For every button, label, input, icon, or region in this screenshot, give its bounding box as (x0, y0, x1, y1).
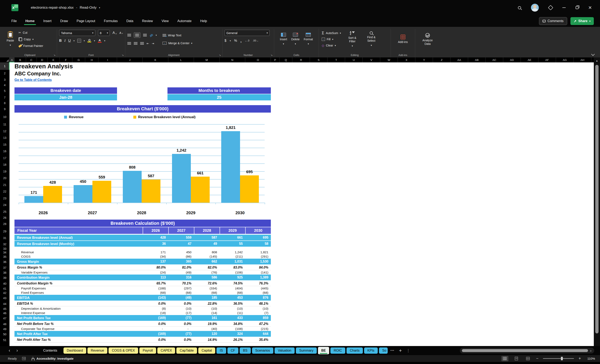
row-header-48[interactable]: 48 (0, 321, 9, 327)
sheet-tab-captable[interactable]: CapTable (176, 347, 197, 354)
cell-value[interactable]: 365 (168, 259, 194, 264)
row-header-11[interactable]: 11 (0, 121, 9, 128)
cell-value[interactable]: (8) (143, 306, 168, 311)
fiscal-year-2026[interactable]: 2026 (143, 227, 168, 234)
cell-value[interactable]: 1,242 (220, 250, 245, 254)
analyze-data-button[interactable]: AnalyzeData (421, 29, 434, 50)
search-icon[interactable] (518, 6, 521, 9)
cell-value[interactable]: (18) (143, 311, 168, 315)
cell-value[interactable]: 83.0% (220, 265, 245, 270)
cell-value[interactable]: 695 (245, 235, 271, 240)
sheet-tab-dashboard[interactable]: Dashboard (64, 347, 86, 354)
column-header-W[interactable]: W (380, 57, 398, 62)
comma-format-button[interactable]: , (240, 38, 242, 43)
cell-value[interactable]: (291) (245, 254, 271, 259)
column-header-X[interactable]: X (398, 57, 415, 62)
row-header-43[interactable]: 43 (0, 295, 9, 301)
shrink-font-button[interactable]: A˅ (119, 31, 123, 35)
row-header-33[interactable]: 33 (0, 247, 9, 250)
row-header-49[interactable]: 49 (0, 327, 9, 331)
cell-value[interactable]: 0.0% (143, 321, 168, 326)
row-header-51[interactable]: 51 (0, 337, 9, 343)
cell-value[interactable]: (86) (168, 254, 194, 259)
cell-value[interactable]: (169) (143, 315, 168, 321)
macro-record-icon[interactable] (22, 357, 26, 360)
cell-value[interactable]: (10) (245, 306, 271, 311)
zoom-slider[interactable] (543, 358, 574, 359)
font-size-select[interactable]: 8▾ (98, 30, 110, 36)
format-cells-button[interactable]: Format▾ (302, 29, 314, 50)
cell-value[interactable] (194, 247, 220, 250)
column-header-L[interactable]: L (168, 57, 194, 62)
row-header-3[interactable]: 3 (0, 77, 9, 83)
cell-value[interactable]: 1,031 (220, 259, 245, 264)
font-color-icon[interactable]: A (98, 39, 102, 43)
sheet-nav-next[interactable]: › (14, 348, 20, 353)
cell-value[interactable]: 49 (194, 241, 220, 247)
row-header-39[interactable]: 39 (0, 275, 9, 281)
row-header-40[interactable]: 40 (0, 281, 9, 286)
normal-view-button[interactable] (501, 356, 508, 361)
row-header-36[interactable]: 36 (0, 259, 9, 265)
comments-button[interactable]: Comments (539, 17, 567, 25)
cell-value[interactable]: 0.0% (168, 321, 194, 326)
cell-value[interactable]: (334) (194, 286, 220, 291)
align-top-icon[interactable] (127, 34, 131, 36)
zoom-in-button[interactable]: + (579, 356, 581, 361)
cell-value[interactable]: 35.4% (245, 337, 271, 342)
sheet-options-icon[interactable]: ⋮ (405, 348, 412, 353)
cell-value[interactable]: 36.5% (220, 301, 245, 306)
align-center-icon[interactable] (134, 42, 138, 45)
decrease-indent-icon[interactable]: ⇤ (147, 42, 149, 45)
chevron-down-icon[interactable]: ▾ (73, 39, 75, 42)
cell-value[interactable]: (77) (168, 315, 194, 321)
column-header-C[interactable]: C (26, 57, 37, 62)
cell-value[interactable]: (10) (194, 306, 220, 311)
column-header-E[interactable]: E (47, 57, 60, 62)
cell-value[interactable]: (68) (168, 291, 194, 295)
menu-formulas[interactable]: Formulas (99, 17, 122, 25)
cell-value[interactable]: 70.1% (168, 281, 194, 286)
merge-center-button[interactable]: ↔Merge & Center▾ (162, 40, 193, 46)
insert-cells-button[interactable]: Insert▾ (278, 29, 289, 50)
vertical-scroll-thumb[interactable] (595, 65, 599, 333)
fiscal-year-2029[interactable]: 2029 (220, 227, 245, 234)
autosum-button[interactable]: ΣAutoSum▾ (321, 30, 342, 36)
cell-value[interactable]: 72.6% (194, 281, 220, 286)
cell-value[interactable]: 84.0% (245, 265, 271, 270)
cell-value[interactable]: 36 (143, 241, 168, 247)
cell-value[interactable]: 428 (143, 235, 168, 240)
row-header-44[interactable]: 44 (0, 301, 9, 307)
cut-button[interactable]: ✂Cut (18, 30, 44, 35)
account-avatar[interactable] (531, 4, 539, 12)
cell-value[interactable]: - (168, 327, 194, 331)
cell-value[interactable]: 1,821 (245, 250, 271, 254)
row-header-50[interactable]: 50 (0, 331, 9, 337)
chevron-down-icon[interactable]: ▾ (94, 39, 95, 42)
row-header-38[interactable]: 38 (0, 270, 9, 275)
row-header-19[interactable]: 19 (0, 168, 9, 175)
cell-value[interactable]: 587 (194, 235, 220, 240)
cell-value[interactable]: 453 (220, 295, 245, 300)
row-header-31[interactable]: 31 (0, 235, 9, 241)
vertical-scrollbar[interactable]: ▲ (594, 57, 600, 346)
cell-value[interactable]: 1,389 (245, 274, 271, 280)
column-header-AG[interactable]: AG (556, 57, 574, 62)
accessibility-status[interactable]: Accessibility: Investigate (36, 357, 73, 360)
collapse-ribbon-icon[interactable] (591, 53, 595, 56)
increase-indent-icon[interactable]: ⇥ (152, 42, 154, 45)
column-header-AB[interactable]: AB (468, 57, 486, 62)
underline-button[interactable]: U (68, 39, 71, 43)
italic-button[interactable]: I (64, 39, 66, 43)
paste-button[interactable]: Paste ▾ (5, 29, 16, 50)
cell-value[interactable]: (141) (245, 270, 271, 274)
row-header-46[interactable]: 46 (0, 311, 9, 315)
column-header-F[interactable]: F (60, 57, 72, 62)
cell-value[interactable]: (108) (220, 327, 245, 331)
row-header-5[interactable]: 5 (0, 87, 9, 94)
align-left-icon[interactable] (127, 42, 131, 45)
cell-value[interactable]: 76.3% (245, 281, 271, 286)
column-header-V[interactable]: V (363, 57, 380, 62)
select-all-corner[interactable] (0, 57, 9, 62)
readonly-label[interactable]: Read-Only (80, 6, 97, 10)
